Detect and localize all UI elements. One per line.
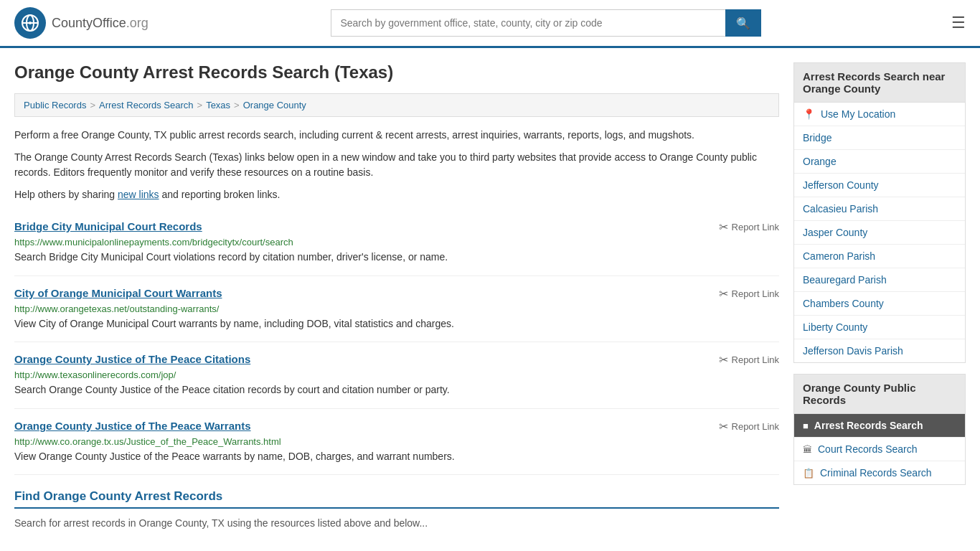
record-desc-3: View Orange County Justice of the Peace … <box>14 450 779 464</box>
sidebar-item-criminal-records[interactable]: 📋 Criminal Records Search <box>794 461 965 484</box>
breadcrumb-texas[interactable]: Texas <box>206 100 230 110</box>
sidebar-item-chambers-county[interactable]: Chambers County <box>794 292 965 316</box>
breadcrumb-public-records[interactable]: Public Records <box>24 100 86 110</box>
sidebar-item-orange[interactable]: Orange <box>794 150 965 174</box>
sidebar-nearby-section: Arrest Records Search near Orange County… <box>793 62 966 363</box>
record-title-2[interactable]: Orange County Justice of The Peace Citat… <box>14 353 250 365</box>
sidebar-public-records-section: Orange County Public Records ■ Arrest Re… <box>793 374 966 485</box>
find-section-text: Search for arrest records in Orange Coun… <box>14 516 779 531</box>
search-input[interactable] <box>331 9 725 37</box>
record-url-1: http://www.orangetexas.net/outstanding-w… <box>14 303 779 314</box>
logo-area: CountyOffice.org <box>14 7 149 39</box>
sidebar-item-beauregard-parish[interactable]: Beauregard Parish <box>794 268 965 292</box>
breadcrumb: Public Records > Arrest Records Search >… <box>14 93 779 117</box>
record-header-1: City of Orange Municipal Court Warrants … <box>14 287 779 301</box>
page-title: Orange County Arrest Records Search (Tex… <box>14 62 779 83</box>
report-icon-2: ✂ <box>719 353 728 367</box>
sidebar-item-cameron-parish[interactable]: Cameron Parish <box>794 245 965 268</box>
record-desc-1: View City of Orange Municipal Court warr… <box>14 317 779 331</box>
description-3: Help others by sharing new links and rep… <box>14 187 779 202</box>
new-links-link[interactable]: new links <box>118 189 159 200</box>
record-title-3[interactable]: Orange County Justice of The Peace Warra… <box>14 420 251 432</box>
header: CountyOffice.org 🔍 ☰ <box>0 0 980 48</box>
record-desc-2: Search Orange County Justice of the Peac… <box>14 383 779 397</box>
report-link-button-0[interactable]: ✂ Report Link <box>719 220 779 234</box>
sidebar-item-calcasieu-parish[interactable]: Calcasieu Parish <box>794 197 965 221</box>
record-desc-0: Search Bridge City Municipal Court viola… <box>14 250 779 265</box>
logo-text: CountyOffice.org <box>52 16 149 31</box>
sidebar-public-records-list: ■ Arrest Records Search 🏛 Court Records … <box>793 414 966 485</box>
record-title-1[interactable]: City of Orange Municipal Court Warrants <box>14 287 222 299</box>
report-icon-1: ✂ <box>719 287 728 301</box>
report-icon-0: ✂ <box>719 220 728 234</box>
sidebar-item-jefferson-county[interactable]: Jefferson County <box>794 174 965 197</box>
content-area: Orange County Arrest Records Search (Tex… <box>14 62 779 538</box>
record-header-3: Orange County Justice of The Peace Warra… <box>14 420 779 433</box>
main-container: Orange County Arrest Records Search (Tex… <box>0 48 980 551</box>
description-1: Perform a free Orange County, TX public … <box>14 128 779 143</box>
use-my-location-link[interactable]: Use My Location <box>821 108 895 120</box>
menu-button[interactable]: ☰ <box>951 14 966 32</box>
record-item-3: Orange County Justice of The Peace Warra… <box>14 409 779 476</box>
breadcrumb-arrest-records[interactable]: Arrest Records Search <box>99 100 194 110</box>
record-title-0[interactable]: Bridge City Municipal Court Records <box>14 220 202 232</box>
sidebar-item-liberty-county[interactable]: Liberty County <box>794 316 965 339</box>
record-url-0: https://www.municipalonlinepayments.com/… <box>14 237 779 248</box>
report-link-button-1[interactable]: ✂ Report Link <box>719 287 779 301</box>
logo-icon <box>14 7 46 39</box>
record-item-1: City of Orange Municipal Court Warrants … <box>14 276 779 343</box>
sidebar-item-jasper-county[interactable]: Jasper County <box>794 221 965 245</box>
sidebar-use-location[interactable]: 📍 Use My Location <box>794 103 965 126</box>
record-url-3: http://www.co.orange.tx.us/Justice_of_th… <box>14 436 779 447</box>
breadcrumb-orange-county[interactable]: Orange County <box>243 100 306 110</box>
record-url-2: http://www.texasonlinerecords.com/jop/ <box>14 369 779 380</box>
sidebar-item-arrest-records[interactable]: ■ Arrest Records Search <box>794 414 965 438</box>
sidebar-nearby-header: Arrest Records Search near Orange County <box>793 62 966 103</box>
court-records-icon: 🏛 <box>803 444 812 455</box>
sidebar-item-court-records[interactable]: 🏛 Court Records Search <box>794 438 965 461</box>
criminal-records-icon: 📋 <box>803 468 814 479</box>
description-2: The Orange County Arrest Records Search … <box>14 150 779 180</box>
report-link-button-2[interactable]: ✂ Report Link <box>719 353 779 367</box>
record-header-2: Orange County Justice of The Peace Citat… <box>14 353 779 367</box>
sidebar: Arrest Records Search near Orange County… <box>793 62 966 538</box>
record-header-0: Bridge City Municipal Court Records ✂ Re… <box>14 220 779 234</box>
sidebar-public-records-header: Orange County Public Records <box>793 374 966 414</box>
arrest-records-icon: ■ <box>803 420 809 431</box>
report-icon-3: ✂ <box>719 420 728 433</box>
record-item-2: Orange County Justice of The Peace Citat… <box>14 342 779 409</box>
location-pin-icon: 📍 <box>803 108 815 120</box>
sidebar-item-jefferson-davis-parish[interactable]: Jefferson Davis Parish <box>794 339 965 362</box>
find-section-title: Find Orange County Arrest Records <box>14 489 779 509</box>
search-area: 🔍 <box>331 9 761 37</box>
search-button[interactable]: 🔍 <box>725 9 761 37</box>
svg-point-4 <box>29 22 32 24</box>
sidebar-item-bridge[interactable]: Bridge <box>794 126 965 150</box>
record-item-0: Bridge City Municipal Court Records ✂ Re… <box>14 209 779 276</box>
sidebar-nearby-list: 📍 Use My Location Bridge Orange Jefferso… <box>793 103 966 363</box>
report-link-button-3[interactable]: ✂ Report Link <box>719 420 779 433</box>
